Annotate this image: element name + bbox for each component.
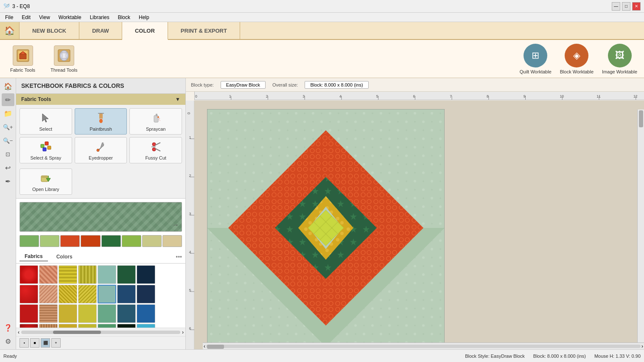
fabric-cell[interactable] [137, 265, 155, 284]
fussy-cut-tool[interactable]: Fussy Cut [129, 137, 182, 163]
scroll-right-canvas[interactable]: › [641, 343, 643, 349]
scroll-left-canvas[interactable]: ‹ [204, 343, 205, 349]
sidebar-home[interactable]: 🏠 [2, 80, 14, 93]
menu-file[interactable]: File [2, 14, 17, 21]
tab-color[interactable]: COLOR [122, 22, 168, 40]
select-spray-tool[interactable]: Select & Spray [20, 137, 72, 163]
tab-colors[interactable]: Colors [51, 253, 78, 261]
sidebar-folder[interactable]: 📁 [2, 107, 14, 120]
fabric-cell[interactable] [78, 285, 97, 303]
sidebar-zoom-out[interactable]: 🔍− [2, 134, 14, 147]
scroll-left[interactable]: ‹ [18, 329, 20, 335]
fabric-tools-button[interactable]: Fabric Tools [7, 44, 39, 74]
quilt-worktable-button[interactable]: ⊞ Quilt Worktable [520, 44, 552, 74]
tab-print-export[interactable]: PRINT & EXPORT [168, 22, 240, 39]
scroll-right[interactable]: › [182, 329, 184, 335]
medium-size-button[interactable]: ■ [30, 338, 39, 348]
vertical-scrollbar[interactable] [637, 109, 644, 342]
fabric-cell[interactable] [78, 324, 97, 328]
fabric-cell[interactable] [59, 324, 77, 328]
swatch-8[interactable] [162, 235, 182, 247]
fabric-cell[interactable] [117, 265, 136, 284]
vertical-scroll-thumb[interactable] [639, 110, 643, 127]
swatch-4[interactable] [81, 235, 100, 247]
fabric-cell[interactable] [59, 285, 77, 303]
svg-text:8: 8 [487, 94, 489, 98]
horizontal-scrollbar[interactable]: ‹ › [203, 342, 644, 349]
large-size-button[interactable]: ⬛ [41, 338, 50, 348]
fabric-cell[interactable] [117, 304, 136, 323]
menu-help[interactable]: Help [135, 14, 153, 21]
fabric-cell[interactable] [137, 304, 155, 323]
paintbrush-tool[interactable]: Paintbrush [75, 108, 127, 135]
tab-draw[interactable]: DRAW [79, 22, 122, 39]
sidebar-zoom-in[interactable]: 🔍+ [2, 121, 14, 133]
sidebar-zoom-fit[interactable]: ⊡ [2, 148, 14, 160]
fabric-cell[interactable] [117, 285, 136, 303]
fabric-cell[interactable] [20, 265, 38, 284]
select-tool[interactable]: Select [20, 108, 72, 135]
menu-edit[interactable]: Edit [18, 14, 34, 21]
fabric-scrollbar[interactable]: ‹ › [16, 328, 185, 336]
fabric-cell[interactable] [39, 265, 58, 284]
fabric-cell[interactable] [39, 324, 58, 328]
svg-point-9 [99, 119, 103, 123]
tab-fabrics[interactable]: Fabrics [20, 252, 48, 261]
menu-view[interactable]: View [36, 14, 53, 21]
block-worktable-label: Block Worktable [560, 69, 594, 74]
fabric-cell[interactable] [39, 285, 58, 303]
more-options-button[interactable]: ••• [176, 253, 182, 260]
swatch-7[interactable] [142, 235, 162, 247]
maximize-button[interactable]: □ [622, 2, 630, 11]
xlarge-size-button[interactable]: + [51, 338, 61, 348]
fabric-cell[interactable] [20, 304, 38, 323]
small-size-button[interactable]: ▪ [20, 338, 29, 348]
menu-worktable[interactable]: Worktable [55, 14, 85, 21]
svg-text:12: 12 [633, 94, 638, 98]
horizontal-scroll-thumb[interactable] [207, 345, 224, 349]
app-icon: 🪡 [3, 3, 10, 9]
fabric-cell[interactable] [59, 265, 77, 284]
fabric-tools-header[interactable]: Fabric Tools ▼ [16, 94, 185, 105]
sidebar-undo[interactable]: ↩ [2, 161, 14, 174]
status-block-style: Block Style: EasyDraw Block [465, 354, 525, 359]
fabric-cell[interactable] [20, 324, 38, 328]
open-library-tool[interactable]: Open Library [20, 168, 72, 195]
fabric-cell[interactable] [137, 324, 155, 328]
fabric-cell[interactable] [117, 324, 136, 328]
fabric-cell[interactable] [98, 304, 116, 323]
fabric-cell[interactable] [59, 304, 77, 323]
thread-tools-button[interactable]: Thread Tools [47, 44, 81, 74]
home-tab[interactable]: 🏠 [0, 22, 20, 39]
fabric-cell[interactable] [39, 304, 58, 323]
canvas-viewport[interactable]: ‹ › [194, 101, 644, 349]
fabric-cell[interactable] [78, 304, 97, 323]
sidebar-pencil[interactable]: ✏ [2, 93, 14, 106]
fabric-cell[interactable] [78, 265, 97, 284]
tab-new-block[interactable]: NEW BLOCK [20, 22, 79, 39]
sidebar-settings[interactable]: ⚙ [2, 335, 14, 348]
sidebar-help[interactable]: ❓ [2, 321, 14, 334]
spraycan-tool[interactable]: Spraycan [129, 108, 182, 135]
eyedropper-tool[interactable]: Eyedropper [75, 137, 127, 163]
swatch-2[interactable] [40, 235, 59, 247]
sidebar-pen[interactable]: ✒ [2, 175, 14, 188]
menu-libraries[interactable]: Libraries [87, 14, 113, 21]
menu-block[interactable]: Block [115, 14, 134, 21]
swatch-1[interactable] [20, 235, 39, 247]
fabric-cell[interactable] [98, 265, 116, 284]
swatch-5[interactable] [101, 235, 121, 247]
fabric-preview-arrow[interactable]: → [172, 221, 179, 229]
fabric-cell[interactable] [20, 285, 38, 303]
swatch-3[interactable] [60, 235, 80, 247]
minimize-button[interactable]: — [612, 2, 620, 11]
fabric-cell[interactable] [98, 324, 116, 328]
close-button[interactable]: ✕ [632, 2, 641, 11]
image-worktable-button[interactable]: 🖼 Image Worktable [602, 44, 637, 74]
fabric-tools-label: Fabric Tools [10, 67, 35, 73]
titlebar-controls[interactable]: — □ ✕ [612, 2, 641, 11]
fabric-cell-selected[interactable] [98, 285, 116, 303]
swatch-6[interactable] [122, 235, 141, 247]
fabric-cell[interactable] [137, 285, 155, 303]
block-worktable-button[interactable]: ◈ Block Worktable [560, 44, 594, 74]
